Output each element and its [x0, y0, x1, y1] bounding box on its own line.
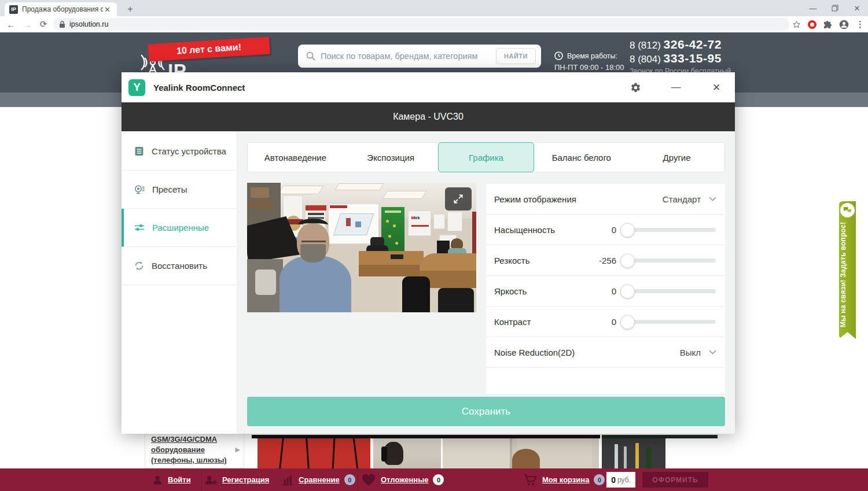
anniversary-ribbon: 10 лет с вами! — [148, 37, 270, 62]
chat-widget-label: Мы на связи! Задать вопрос! — [839, 220, 856, 330]
category-menu-item[interactable]: GSM/3G/4G/CDMA оборудование (телефоны, ш… — [145, 430, 244, 468]
bookmark-star-icon[interactable] — [792, 20, 801, 29]
compare-chart-icon — [281, 474, 294, 486]
sidebar-item-advanced[interactable]: Расширенные — [122, 209, 237, 247]
saturation-slider[interactable] — [623, 228, 716, 232]
tab-white-balance[interactable]: Баланс белого — [534, 143, 629, 172]
modal-sidebar: Статус устройства Пресеты Расширенные — [122, 131, 237, 434]
camera-tabs: Автонаведение Экспозиция Графика Баланс … — [247, 142, 725, 172]
tab-close-icon[interactable]: ✕ — [104, 5, 111, 14]
product-image-toolbag[interactable] — [602, 438, 665, 468]
slider-handle[interactable] — [620, 315, 635, 329]
product-image-antennas[interactable] — [258, 438, 370, 468]
noise-reduction-value[interactable]: Выкл — [680, 348, 701, 357]
sidebar-item-presets[interactable]: Пресеты — [122, 171, 237, 209]
slider-handle[interactable] — [620, 223, 635, 237]
checkout-button[interactable]: ОФОРМИТЬ — [642, 472, 708, 488]
scene-man-glasses — [301, 241, 326, 242]
register-item[interactable]: Регистрация — [204, 468, 269, 491]
sidebar-item-label: Восстановить — [152, 261, 207, 271]
yealink-logo: Y — [128, 79, 145, 96]
url-text: ipsolution.ru — [69, 20, 108, 28]
restore-icon — [134, 261, 144, 271]
product-image-callcenter-woman[interactable] — [443, 438, 599, 468]
cart-item[interactable]: Моя корзина 0 — [524, 468, 605, 491]
brightness-slider[interactable] — [623, 289, 716, 293]
sidebar-item-restore[interactable]: Восстановить — [122, 247, 237, 285]
reload-button[interactable]: ⟳ — [37, 18, 50, 31]
register-link[interactable]: Регистрация — [222, 475, 269, 484]
sharpness-label: Резкость — [494, 256, 530, 265]
camera-preview: AVer Hi-tek — [247, 183, 476, 312]
extension-red-icon[interactable] — [808, 20, 816, 29]
saturation-label: Насыщенность — [494, 225, 555, 235]
browser-tabstrip: IP Продажа оборудования связи, ✕ + — ✕ — [0, 0, 868, 16]
tab-graphics[interactable]: Графика — [438, 142, 535, 172]
user-add-icon — [204, 474, 218, 486]
category-link-line1[interactable]: GSM/3G/4G/CDMA — [151, 434, 238, 445]
back-button[interactable]: ← — [5, 18, 17, 31]
chevron-down-icon[interactable] — [709, 197, 716, 201]
save-button[interactable]: Сохранить — [247, 397, 725, 426]
camera-header: Камера - UVC30 — [122, 102, 735, 131]
tab-others[interactable]: Другие — [629, 143, 724, 172]
search-input[interactable] — [321, 51, 496, 61]
sidebar-item-device-status[interactable]: Статус устройства — [122, 132, 237, 171]
contrast-slider[interactable] — [623, 320, 716, 324]
yealink-roomconnect-window: Y Yealink RoomConnect — ✕ Камера - UVC30… — [122, 72, 735, 434]
window-close-button[interactable]: ✕ — [846, 0, 868, 16]
brightness-label: Яркость — [494, 286, 527, 296]
cart-icon — [524, 474, 538, 486]
category-link-line3[interactable]: (телефоны, шлюзы) — [151, 455, 238, 466]
modal-title: Yealink RoomConnect — [153, 83, 245, 93]
forward-button[interactable]: → — [21, 18, 34, 31]
tab-autoframing[interactable]: Автонаведение — [248, 143, 343, 172]
scene-phone — [391, 254, 403, 259]
scene-ceiling-light — [278, 186, 323, 194]
compare-link[interactable]: Сравнение — [299, 475, 340, 484]
sidebar-item-label: Пресеты — [152, 184, 187, 194]
deferred-item[interactable]: Отложенные 0 — [361, 468, 444, 491]
modal-settings-gear-icon[interactable] — [628, 80, 642, 94]
display-mode-row: Режим отображения Стандарт — [486, 184, 725, 215]
worktime-label: Время работы: — [567, 52, 617, 60]
slider-handle[interactable] — [620, 284, 635, 298]
profile-avatar-icon[interactable] — [839, 20, 849, 29]
browser-menu-icon[interactable]: ⋮ — [856, 19, 865, 29]
chevron-down-icon[interactable] — [709, 350, 716, 355]
fullscreen-expand-button[interactable] — [445, 187, 472, 211]
modal-minimize-button[interactable]: — — [669, 80, 683, 94]
address-bar[interactable]: ipsolution.ru — [53, 18, 789, 31]
product-image-callcenter-man[interactable] — [373, 438, 441, 468]
slider-handle[interactable] — [620, 253, 635, 268]
new-tab-button[interactable]: + — [124, 3, 137, 16]
window-minimize-button[interactable]: — — [802, 0, 824, 16]
scene-box — [251, 187, 269, 198]
compare-item[interactable]: Сравнение 0 — [281, 468, 355, 491]
sidebar-item-label: Расширенные — [152, 223, 209, 232]
cart-link[interactable]: Моя корзина — [542, 475, 589, 484]
scene-man-beard — [300, 244, 326, 263]
scene-poster-hitek: Hi-tek — [408, 211, 431, 236]
phone2-number: 333-15-95 — [664, 51, 722, 65]
phones-block: 8 (812) 326-42-72 8 (804) 333-15-95 Звон… — [630, 38, 731, 75]
modal-close-button[interactable]: ✕ — [709, 80, 723, 94]
device-status-icon — [134, 146, 144, 156]
cart-total-value: 0 — [611, 475, 616, 485]
bottombar-separator — [358, 468, 358, 491]
search-submit-button[interactable]: НАЙТИ — [496, 48, 536, 64]
login-item[interactable]: Войти — [152, 468, 191, 491]
tab-exposure[interactable]: Экспозиция — [343, 143, 439, 172]
presets-icon — [134, 184, 145, 194]
window-restore-button[interactable] — [824, 0, 846, 16]
extensions-puzzle-icon[interactable] — [823, 20, 832, 29]
category-link-line2[interactable]: оборудование — [151, 445, 238, 455]
deferred-link[interactable]: Отложенные — [381, 475, 428, 484]
browser-tab[interactable]: IP Продажа оборудования связи, ✕ — [5, 2, 117, 16]
sharpness-slider[interactable] — [623, 259, 716, 263]
scene-bag — [255, 270, 276, 295]
chat-widget[interactable]: Мы на связи! Задать вопрос! — [839, 201, 856, 339]
sharpness-value: -256 — [576, 256, 616, 265]
display-mode-value[interactable]: Стандарт — [663, 194, 701, 204]
login-link[interactable]: Войти — [168, 475, 191, 484]
